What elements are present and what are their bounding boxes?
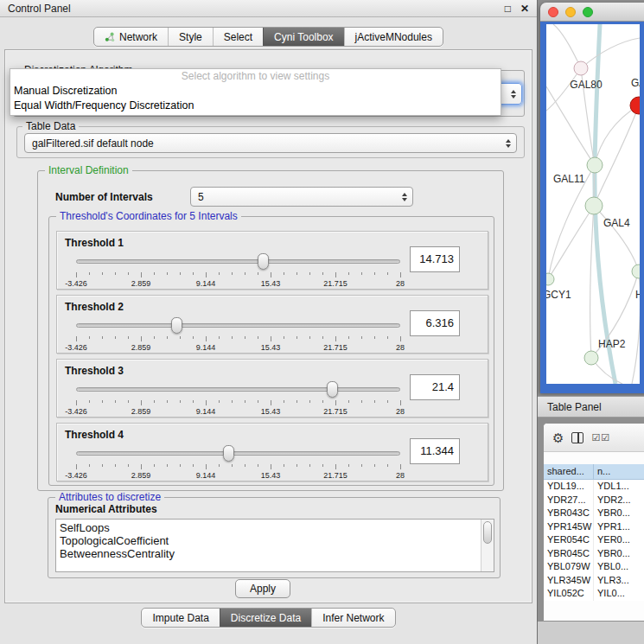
top-tab-jactivemnodules[interactable]: jActiveMNodules	[344, 28, 443, 46]
tick-mark	[141, 400, 142, 405]
network-node-gal4[interactable]	[585, 197, 603, 214]
threshold-value-field[interactable]: 14.713	[410, 246, 460, 272]
table-cell: YBR043C	[544, 507, 594, 520]
algorithm-option-equal-width-frequency-discretization[interactable]: Equal Width/Frequency Discretization	[10, 99, 501, 113]
show-columns-icon[interactable]	[571, 432, 583, 443]
threshold-value-field[interactable]: 21.4	[410, 374, 460, 400]
threshold-value-field[interactable]: 11.344	[410, 438, 460, 464]
settings-gear-icon[interactable]: ⚙	[552, 431, 564, 444]
tick-mark	[348, 400, 349, 403]
algorithm-dropdown-list: Select algorithm to view settings Manual…	[10, 68, 501, 116]
threshold-slider[interactable]: -3.4262.8599.14415.4321.71528	[76, 254, 400, 285]
column-header-n[interactable]: n...	[594, 464, 644, 480]
tab-label: Discretize Data	[231, 612, 301, 624]
tick-mark	[296, 272, 297, 275]
tick-mark	[102, 336, 103, 339]
table-row[interactable]: YBL079WYBL0...	[544, 560, 644, 574]
network-node-hap2[interactable]	[584, 351, 598, 365]
scale-label: 28	[396, 471, 405, 480]
slider-thumb[interactable]	[223, 445, 234, 462]
network-edge[interactable]	[590, 206, 594, 358]
network-edge[interactable]	[553, 24, 581, 68]
network-graph[interactable]: GAL80GAGAL11GAL4GCY1HHAP2	[546, 24, 640, 384]
network-edge[interactable]	[594, 206, 639, 271]
float-window-icon[interactable]: □	[505, 3, 511, 15]
tick-mark	[180, 464, 181, 467]
table-cell: YER054C	[544, 533, 594, 547]
network-node-gal11[interactable]	[587, 157, 603, 173]
table-row[interactable]: YLR345WYLR3...	[544, 574, 644, 588]
tick-mark	[245, 336, 245, 339]
threshold-slider[interactable]: -3.4262.8599.14415.4321.71528	[76, 382, 400, 413]
table-row[interactable]: YBR045CYBR0...	[544, 547, 644, 561]
close-traffic-light-icon[interactable]	[548, 7, 558, 17]
scale-label: 21.715	[323, 471, 348, 480]
top-tab-cyni-toolbox[interactable]: Cyni Toolbox	[263, 28, 343, 46]
threshold-panel-4: Threshold 4-3.4262.8599.14415.4321.71528…	[56, 423, 488, 481]
interval-definition-title: Interval Definition	[45, 164, 132, 177]
network-edge[interactable]	[546, 86, 595, 165]
attribute-list-item[interactable]: TopologicalCoefficient	[60, 534, 494, 547]
attribute-list-item[interactable]: SelfLoops	[60, 521, 494, 534]
network-edge[interactable]	[548, 206, 594, 279]
table-row[interactable]: YER054CYER0...	[544, 533, 644, 547]
minimize-traffic-light-icon[interactable]	[565, 7, 576, 17]
column-header-shared[interactable]: shared...	[544, 464, 594, 480]
table-data-combobox[interactable]: galFiltered.sif default node	[24, 133, 517, 153]
number-of-intervals-value: 5	[198, 191, 204, 203]
bottom-tab-discretize-data[interactable]: Discretize Data	[220, 609, 311, 627]
network-canvas[interactable]: GAL80GAGAL11GAL4GCY1HHAP2	[546, 24, 640, 384]
tick-mark	[245, 464, 245, 467]
threshold-label: Threshold 2	[65, 301, 124, 313]
slider-thumb[interactable]	[327, 381, 338, 398]
tick-mark	[284, 464, 284, 467]
network-node-ga[interactable]	[630, 97, 640, 114]
table-panel-header[interactable]: Table Panel	[538, 396, 644, 418]
application-window: Control Panel □ ✕ NetworkStyleSelectCyni…	[0, 0, 644, 644]
slider-thumb[interactable]	[258, 253, 269, 270]
table-row[interactable]: YBR043CYBR0...	[544, 507, 644, 520]
control-panel-titlebar[interactable]: Control Panel □ ✕	[0, 0, 537, 17]
tick-mark	[258, 400, 258, 403]
select-columns-icon[interactable]: ☑☑	[591, 432, 610, 443]
close-window-icon[interactable]: ✕	[520, 3, 529, 15]
threshold-slider[interactable]: -3.4262.8599.14415.4321.71528	[76, 446, 400, 477]
scale-label: 15.43	[261, 343, 281, 352]
tick-mark	[102, 464, 103, 467]
table-row[interactable]: YPR145WYPR1...	[544, 520, 644, 534]
bottom-tab-bar: Impute DataDiscretize DataInfer Network	[0, 608, 537, 628]
table-row[interactable]: YDR27...YDR2...	[544, 494, 644, 507]
tick-mark	[219, 400, 220, 403]
table-row[interactable]: YDL19...YDL1...	[544, 480, 644, 494]
top-tab-network[interactable]: Network	[94, 28, 168, 46]
bottom-tab-impute-data[interactable]: Impute Data	[142, 609, 219, 627]
top-tab-select[interactable]: Select	[213, 28, 263, 46]
tick-mark	[245, 400, 245, 403]
attribute-list-item[interactable]: BetweennessCentrality	[60, 547, 494, 560]
threshold-slider[interactable]: -3.4262.8599.14415.4321.71528	[76, 318, 400, 349]
numerical-attributes-list[interactable]: SelfLoopsTopologicalCoefficientBetweenne…	[55, 519, 494, 572]
network-node-gal80[interactable]	[574, 61, 588, 75]
table-row[interactable]: YIL052CYIL0...	[544, 587, 644, 601]
network-edge[interactable]	[581, 38, 640, 68]
scale-label: 15.43	[261, 471, 281, 480]
algorithm-option-manual-discretization[interactable]: Manual Discretization	[10, 84, 501, 99]
tick-mark	[271, 400, 271, 405]
network-window-titlebar[interactable]	[540, 3, 644, 22]
scrollbar-thumb[interactable]	[483, 521, 492, 544]
network-node-gcy1[interactable]	[546, 273, 554, 285]
apply-button[interactable]: Apply	[235, 579, 290, 598]
scale-label: 2.859	[131, 279, 151, 288]
network-node-h[interactable]	[632, 265, 640, 278]
scale-label: -3.426	[65, 407, 87, 416]
top-tab-style[interactable]: Style	[168, 28, 213, 46]
zoom-traffic-light-icon[interactable]	[583, 7, 593, 17]
bottom-tab-infer-network[interactable]: Infer Network	[311, 609, 394, 627]
tick-mark	[245, 272, 245, 275]
network-edge[interactable]	[594, 105, 639, 206]
slider-thumb[interactable]	[171, 317, 182, 334]
threshold-value-field[interactable]: 6.316	[410, 310, 460, 336]
list-scrollbar[interactable]	[481, 520, 494, 571]
tick-mark	[348, 336, 349, 339]
number-of-intervals-combobox[interactable]: 5	[190, 187, 413, 207]
